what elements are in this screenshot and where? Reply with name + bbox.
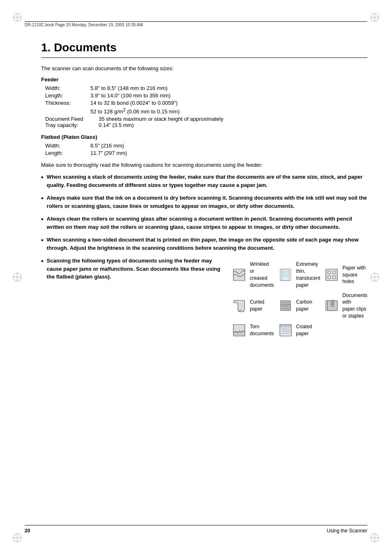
- svg-rect-24: [326, 269, 337, 281]
- doc-type-torn: Torn documents: [232, 323, 274, 338]
- svg-rect-20: [282, 269, 291, 281]
- page-number: 20: [25, 528, 30, 534]
- doc-type-thin: Extremely thin,translucent paper: [278, 261, 321, 288]
- doc-type-coated: Coated paper: [278, 323, 321, 338]
- svg-rect-28: [333, 276, 335, 279]
- page-header: DR-1210C.book Page 20 Monday, December 1…: [25, 21, 367, 27]
- doc-type-holes: Paper with squareholes: [324, 261, 367, 288]
- bullet-item-4: When scanning a two-sided document that …: [41, 236, 367, 252]
- svg-rect-26: [333, 271, 335, 274]
- clips-label: Documents withpaper clips or staples: [342, 292, 367, 320]
- spec-row-feed: Document FeedTray capacity: 35 sheets ma…: [45, 116, 367, 128]
- corner-mark-bl: [12, 532, 23, 543]
- coated-label: Coated paper: [296, 323, 321, 337]
- bullet-item-2: Always make sure that the ink on a docum…: [41, 194, 367, 210]
- svg-rect-25: [328, 271, 330, 274]
- doc-type-clips: Documents withpaper clips or staples: [324, 292, 367, 320]
- doc-types-grid: Wrinkled orcreased documents: [232, 261, 367, 337]
- page-footer: 20 Using the Scanner: [25, 525, 367, 534]
- flatbed-length: Length: 11.7" (297 mm): [45, 150, 367, 156]
- chapter-divider: [41, 58, 367, 58]
- flatbed-title: Flatbed (Platen Glass): [41, 134, 367, 140]
- curled-label: Curled paper: [250, 299, 274, 313]
- caution-intro: Make sure to thoroughly read the followi…: [41, 162, 367, 168]
- flatbed-specs: Width: 8.5" (216 mm) Length: 11.7" (297 …: [45, 143, 367, 156]
- thin-label: Extremely thin,translucent paper: [296, 261, 321, 288]
- thin-icon: [278, 267, 293, 282]
- coated-icon: [278, 323, 293, 338]
- doc-type-carbon: Carbon paper: [278, 292, 321, 320]
- carbon-label: Carbon paper: [296, 299, 321, 313]
- torn-icon: [232, 323, 247, 338]
- svg-rect-37: [280, 325, 291, 327]
- holes-label: Paper with squareholes: [342, 265, 367, 285]
- corner-mark-tr: [369, 12, 380, 23]
- curled-icon: [232, 298, 247, 313]
- feeder-specs: Width: 5.8" to 8.5" (148 mm to 216 mm) L…: [45, 85, 367, 128]
- corner-mark-br: [369, 532, 380, 543]
- chapter-title: 1. Documents: [41, 41, 367, 54]
- doc-type-curled: Curled paper: [232, 292, 274, 320]
- wrinkled-label: Wrinkled orcreased documents: [250, 261, 274, 288]
- carbon-icon: [278, 298, 293, 313]
- wrinkled-icon: [232, 267, 247, 282]
- bullet-item-3: Always clean the rollers or scanning gla…: [41, 215, 367, 231]
- bullet-item-1: When scanning a stack of documents using…: [41, 173, 367, 189]
- svg-rect-30: [281, 304, 291, 305]
- right-crosshair: [369, 271, 380, 284]
- clips-icon: [324, 298, 339, 313]
- flatbed-width: Width: 8.5" (216 mm): [45, 143, 367, 149]
- torn-label: Torn documents: [250, 323, 274, 337]
- doc-type-wrinkled: Wrinkled orcreased documents: [232, 261, 274, 288]
- intro-text: The scanner can scan documents of the fo…: [41, 65, 367, 71]
- main-content: 1. Documents The scanner can scan docume…: [41, 33, 367, 522]
- corner-mark-tl: [12, 12, 23, 23]
- svg-rect-29: [281, 301, 291, 311]
- left-crosshair: [12, 271, 23, 284]
- spec-row-width: Width: 5.8" to 8.5" (148 mm to 216 mm): [45, 85, 367, 91]
- spec-row-thickness: Thickness: 14 to 32 lb bond (0.0024" to …: [45, 100, 367, 106]
- bullet-item-5: Scanning the following types of document…: [41, 257, 367, 337]
- footer-text: Using the Scanner: [327, 528, 367, 534]
- svg-rect-27: [328, 276, 330, 279]
- page: DR-1210C.book Page 20 Monday, December 1…: [0, 0, 392, 555]
- spec-row-length: Length: 3.9" to 14.0" (100 mm to 356 mm): [45, 92, 367, 99]
- bullet-list: When scanning a stack of documents using…: [41, 173, 367, 337]
- spec-row-thickness2: 52 to 128 g/m2 (0.06 mm to 0.15 mm): [45, 107, 367, 115]
- header-text: DR-1210C.book Page 20 Monday, December 1…: [25, 23, 143, 27]
- feeder-title: Feeder: [41, 76, 367, 83]
- holes-icon: [324, 267, 339, 282]
